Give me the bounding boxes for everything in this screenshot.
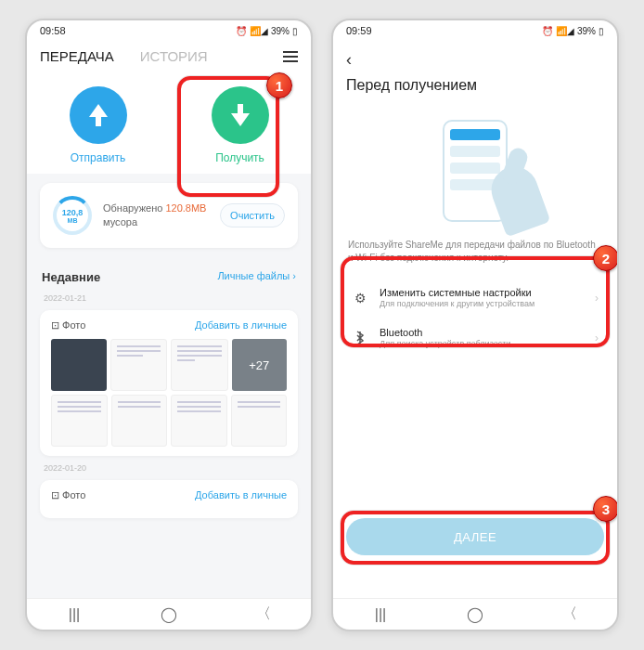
back-icon[interactable]: ‹ xyxy=(346,50,604,70)
badge-1: 1 xyxy=(266,72,292,98)
status-bar: 09:58 ⏰ 📶◢ 39% ▯ xyxy=(27,20,311,41)
nav-recents[interactable]: ||| xyxy=(56,605,93,624)
nav-home[interactable]: ◯ xyxy=(150,605,187,624)
thumb[interactable] xyxy=(231,395,288,447)
storage-ring: 120,8 MB xyxy=(53,196,92,235)
status-icons: ⏰ 📶◢ 39% ▯ xyxy=(542,26,604,36)
thumb-more[interactable]: +27 xyxy=(232,339,288,391)
illustration xyxy=(333,110,617,231)
thumb[interactable] xyxy=(111,395,168,447)
thumb[interactable] xyxy=(110,339,168,391)
send-action[interactable]: Отправить xyxy=(70,86,127,164)
photo-type: ⊡ Фото xyxy=(51,489,85,501)
thumbnails-row-2 xyxy=(51,395,287,447)
photo-card-1[interactable]: ⊡ Фото Добавить в личные +27 xyxy=(40,310,298,456)
tab-history[interactable]: ИСТОРИЯ xyxy=(140,48,208,64)
recent-title: Недавние xyxy=(42,270,100,284)
add-personal-1[interactable]: Добавить в личные xyxy=(195,319,287,332)
tabs: ПЕРЕДАЧА ИСТОРИЯ xyxy=(27,41,311,72)
status-bar: 09:59 ⏰ 📶◢ 39% ▯ xyxy=(333,20,617,41)
highlight-3 xyxy=(341,511,610,565)
status-icons: ⏰ 📶◢ 39% ▯ xyxy=(236,26,298,36)
highlight-1 xyxy=(177,76,279,197)
tab-transfer[interactable]: ПЕРЕДАЧА xyxy=(40,48,114,64)
thumb[interactable] xyxy=(171,339,228,391)
personal-files-link[interactable]: Личные файлы › xyxy=(217,270,296,284)
badge-3: 3 xyxy=(593,496,617,522)
menu-icon[interactable] xyxy=(283,51,298,62)
phone-right: 09:59 ⏰ 📶◢ 39% ▯ ‹ Перед получением Испо… xyxy=(331,19,619,631)
page-title: Перед получением xyxy=(346,77,604,94)
nav-bar: ||| ◯ 〈 xyxy=(333,598,617,630)
thumb[interactable] xyxy=(171,395,227,447)
thumbnails-row-1: +27 xyxy=(51,339,287,391)
header: ‹ Перед получением xyxy=(333,41,617,103)
date-1: 2022-01-21 xyxy=(27,290,311,306)
storage-text: Обнаружено 120.8MB мусора xyxy=(103,202,209,230)
content-area: ‹ Перед получением Используйте ShareMe д… xyxy=(333,41,617,598)
recent-header: Недавние Личные файлы › xyxy=(27,257,311,290)
clean-button[interactable]: Очистить xyxy=(220,203,285,228)
photo-type: ⊡ Фото xyxy=(51,319,85,332)
add-personal-2[interactable]: Добавить в личные xyxy=(195,489,287,501)
nav-back[interactable]: 〈 xyxy=(245,605,282,624)
nav-recents[interactable]: ||| xyxy=(362,605,399,624)
highlight-2 xyxy=(341,256,610,347)
status-time: 09:58 xyxy=(40,25,66,36)
thumb[interactable] xyxy=(51,339,107,391)
phone-left: 09:58 ⏰ 📶◢ 39% ▯ ПЕРЕДАЧА ИСТОРИЯ Отправ… xyxy=(25,19,313,631)
thumb[interactable] xyxy=(51,395,108,447)
date-2: 2022-01-20 xyxy=(27,460,311,476)
nav-back[interactable]: 〈 xyxy=(551,605,588,624)
badge-2: 2 xyxy=(593,245,617,271)
nav-bar: ||| ◯ 〈 xyxy=(27,598,311,630)
send-icon xyxy=(70,86,127,144)
status-time: 09:59 xyxy=(346,25,372,36)
content-area: ПЕРЕДАЧА ИСТОРИЯ Отправить Получить 1 xyxy=(27,41,311,598)
send-label: Отправить xyxy=(71,151,126,164)
photo-card-2[interactable]: ⊡ Фото Добавить в личные xyxy=(40,480,298,518)
nav-home[interactable]: ◯ xyxy=(457,605,494,624)
